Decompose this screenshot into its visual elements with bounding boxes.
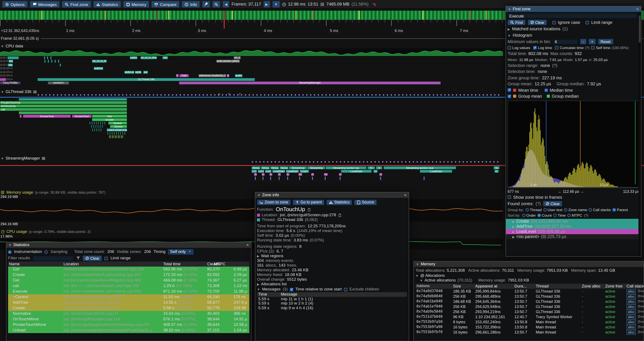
alloc-callstack-button[interactable]: alloc (626, 289, 636, 294)
statistics-row[interactable]: call jni/../jni/../../../src/claw/base/L… (8, 283, 249, 289)
find-zone-histogram[interactable]: 1 µs 10 µs (508, 100, 639, 188)
zone-bar[interactable] (102, 122, 103, 125)
bookmark-icon[interactable] (380, 177, 381, 180)
find-zone-button[interactable]: Find zone (62, 1, 91, 8)
exclude-children-checkbox[interactable] (344, 288, 347, 291)
zone-bar[interactable] (100, 128, 102, 131)
zone-bar[interactable]: ScreenText (23, 115, 71, 118)
find-zone-input[interactable] (508, 13, 637, 18)
sort-by-radio[interactable]: Time (554, 213, 566, 217)
limit-range-checkbox[interactable] (586, 21, 589, 24)
memory-row[interactable]: 0x74a9d68040 256 KB 295,668,489ns 13:50.… (416, 294, 642, 299)
alloc-callstack-button[interactable]: alloc (626, 325, 636, 329)
zone-bar[interactable] (91, 125, 92, 128)
memory-row[interactable]: 0x7553b9fbf0 16 bytes 296,661,186ns 13:5… (416, 330, 642, 335)
statistics-row[interactable]: Unload jni/../jni/src/claw/graphics/pixe… (8, 327, 249, 333)
ignore-case-checkbox[interactable] (552, 21, 556, 24)
zone-bar[interactable] (122, 135, 123, 138)
zone-bar[interactable] (96, 122, 97, 125)
statistics-row[interactable]: Get /mnt/e/claw/src/claw/base/Registry.h… (8, 278, 249, 283)
cpu-zone-bar[interactable]: audio. (135, 71, 142, 74)
zone-bar[interactable] (108, 132, 108, 135)
alloc-callstack-button[interactable]: alloc (626, 294, 636, 299)
cpu-zone-bar[interactable] (0, 78, 6, 81)
zone-bar[interactable] (96, 125, 96, 128)
message-dots[interactable] (38, 94, 500, 96)
zone-bar[interactable] (112, 132, 112, 135)
statistics-row[interactable]: Create jni/../jni/src/claw/base/LuaScrip… (8, 272, 249, 278)
zone-bar[interactable] (100, 122, 101, 125)
alloc-callstack-button[interactable]: alloc (626, 299, 636, 304)
zone-bar[interactable] (110, 132, 110, 135)
cpu-zone-bar[interactable]: A (227, 74, 229, 77)
memory-titlebar[interactable]: Memory (414, 261, 644, 267)
bookmark-icon[interactable] (262, 177, 263, 180)
histogram-toggle[interactable]: Histogram (508, 33, 639, 38)
zone-bar[interactable] (104, 122, 105, 125)
zone-bar[interactable] (19, 98, 127, 101)
zone-bar[interactable]: LoaULoiUpLoUp (107, 128, 127, 131)
cpu-zone-bar[interactable]: audio.se (124, 71, 134, 74)
zone-bar[interactable] (94, 122, 94, 125)
prev-frame-button[interactable]: ◀ (222, 1, 229, 8)
cpu-zone-bar[interactable]: Ti (176, 74, 178, 77)
source-button[interactable]: Source (354, 199, 376, 205)
relative-time-checkbox[interactable] (290, 288, 293, 291)
cpu-zone-bar[interactable]: aut (8, 60, 13, 63)
last-frame-button[interactable]: ▼ (272, 1, 280, 8)
bookmark-icon[interactable] (287, 177, 288, 180)
increment-button[interactable]: + (588, 39, 596, 44)
cpu-zone-bar[interactable]: audio (235, 74, 242, 77)
bookmark-icon[interactable] (270, 177, 271, 180)
cpu-usage-minigraph[interactable] (0, 48, 503, 56)
zone-bar[interactable] (116, 135, 117, 138)
group-by-radio[interactable]: Zone name (564, 208, 587, 212)
cpu-zone-bar[interactable] (51, 60, 52, 63)
message-row[interactable]: 5.59 s mip 9 w 4 h 4 (16) (257, 306, 407, 310)
zone-bar[interactable] (119, 135, 120, 138)
zone-bar[interactable]: Queue (108, 122, 127, 125)
alloc-callstack-button[interactable]: alloc (626, 330, 636, 334)
find-zone-titlebar[interactable]: Find zone (506, 7, 641, 12)
cpu-zone-bar[interactable] (50, 56, 52, 59)
zone-bar[interactable] (113, 135, 114, 138)
found-zone-group-row[interactable]: AddTree (18,542) 227.19 ms (506, 224, 641, 229)
memory-usage-graph[interactable] (0, 199, 503, 221)
zoom-to-zone-button[interactable]: Zoom to zone (257, 199, 291, 205)
histogram-option-checkbox[interactable]: Cumulate time (?) (555, 46, 590, 50)
zone-bar[interactable] (98, 128, 99, 131)
zone-bar[interactable] (122, 132, 123, 135)
filter-input[interactable] (32, 256, 74, 261)
cpu-zone-bar[interactable]: audiose (94, 67, 103, 70)
zone-bar[interactable] (96, 128, 97, 131)
group-by-radio[interactable]: Parent (613, 208, 628, 212)
statistics-row[interactable]: AddTree jni/../jni/src/guif/Control.cpp:… (8, 300, 249, 305)
zone-bar[interactable]: Create (92, 118, 127, 121)
zone-bar[interactable] (98, 122, 99, 125)
cpu-zone-bar[interactable] (47, 56, 48, 59)
bookmark-icon[interactable] (255, 177, 256, 180)
bookmark-icon[interactable] (312, 177, 312, 180)
bookmark-icon[interactable] (299, 177, 300, 180)
cpu-zone-bar[interactable]: TraC (180, 74, 189, 77)
zone-bar[interactable]: OnTouchUp (0, 105, 127, 108)
zone-bar[interactable] (20, 115, 22, 118)
zone-bar[interactable] (90, 122, 90, 125)
zone-bar[interactable]: PrivateTouchUp (0, 101, 127, 104)
memory-usage-header[interactable]: Memory usage (y-range: 30.88 KB, visible… (1, 190, 105, 195)
group-by-radio[interactable]: Thread (526, 208, 542, 212)
memory-row[interactable]: 0x7553b9fa90 16 bytes 153,722,396ns 13:5… (416, 324, 642, 330)
alloc-callstack-button[interactable]: alloc (626, 309, 636, 314)
filter-funnel-icon[interactable] (76, 256, 80, 260)
messages-button[interactable]: Messages (30, 1, 60, 8)
histogram-option-checkbox[interactable]: Log time (533, 46, 554, 50)
bookmark-icon[interactable] (424, 177, 424, 180)
statistics-row[interactable]: Execute jni/../jni/src/claw/base/LuaScri… (8, 289, 249, 294)
messages-table-header[interactable]: Time Message (257, 292, 407, 297)
sort-by-radio[interactable]: Count (538, 213, 552, 217)
find-button[interactable]: Find (508, 20, 525, 25)
frame-mark-icon[interactable]: ▽ (228, 93, 230, 96)
cpu-zone-bar[interactable]: StreamingManager (179, 82, 441, 85)
streaming-header[interactable]: StreamingManager (1, 156, 45, 161)
memory-row[interactable]: 0x7553b9fa50 8 bytes 153,492,240ns 13:50… (416, 319, 642, 324)
